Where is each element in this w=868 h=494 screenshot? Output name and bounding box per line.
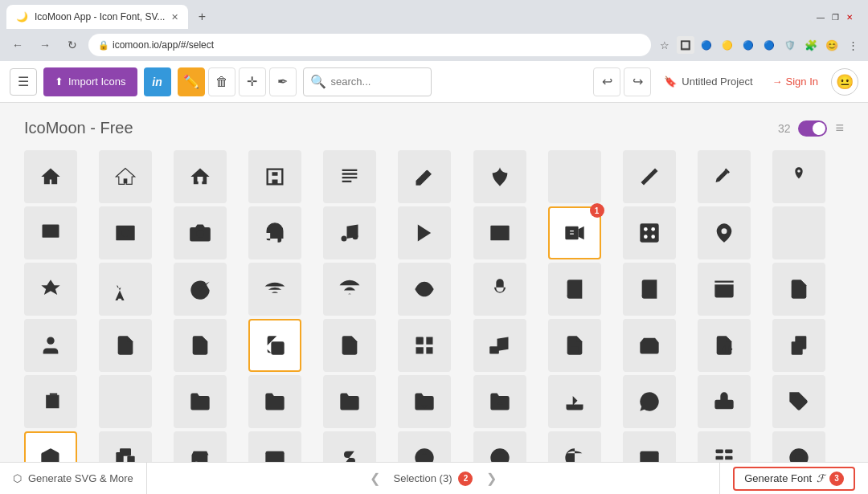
window-minimize-button[interactable]: — bbox=[815, 11, 826, 22]
pencil-action-button[interactable]: ✏️ bbox=[178, 67, 205, 96]
extension5-icon[interactable]: 🔵 bbox=[760, 36, 778, 54]
icon-cell[interactable] bbox=[248, 375, 301, 428]
icon-cell[interactable] bbox=[772, 150, 825, 203]
edit-action-button[interactable]: ✒ bbox=[269, 67, 297, 96]
icon-cell[interactable] bbox=[473, 375, 526, 428]
icon-cell[interactable] bbox=[398, 206, 451, 259]
icon-cell[interactable] bbox=[698, 150, 751, 203]
more-options-icon[interactable]: ⋮ bbox=[844, 36, 862, 54]
icon-cell[interactable] bbox=[174, 319, 227, 372]
extension6-icon[interactable]: 🛡️ bbox=[781, 36, 799, 54]
icon-cell[interactable] bbox=[473, 150, 526, 203]
generate-font-button[interactable]: Generate Font ℱ 3 bbox=[719, 463, 868, 494]
extensions-icon[interactable]: 🧩 bbox=[802, 36, 820, 54]
address-bar[interactable]: 🔒 icomoon.io/app/#/select bbox=[88, 34, 651, 56]
icon-cell[interactable] bbox=[99, 431, 152, 462]
window-maximize-button[interactable]: ❐ bbox=[829, 11, 841, 22]
icon-cell[interactable] bbox=[398, 375, 451, 428]
icon-cell[interactable] bbox=[99, 375, 152, 428]
extension1-icon[interactable]: 🔲 bbox=[677, 36, 694, 54]
icon-cell[interactable] bbox=[24, 375, 77, 428]
icon-cell[interactable] bbox=[174, 375, 227, 428]
icon-cell[interactable] bbox=[99, 319, 152, 372]
icon-cell[interactable] bbox=[174, 263, 227, 316]
icon-cell[interactable] bbox=[623, 263, 676, 316]
icon-cell[interactable] bbox=[473, 263, 526, 316]
icon-cell[interactable] bbox=[548, 263, 601, 316]
extension4-icon[interactable]: 🔵 bbox=[739, 36, 757, 54]
project-button[interactable]: 🔖 Untitled Project bbox=[657, 67, 759, 96]
icon-cell[interactable] bbox=[548, 375, 601, 428]
icon-cell[interactable]: 1 bbox=[548, 206, 601, 259]
search-bar[interactable]: 🔍 bbox=[303, 67, 432, 96]
icon-cell[interactable] bbox=[174, 431, 227, 462]
icon-cell[interactable] bbox=[698, 206, 751, 259]
icon-cell[interactable] bbox=[623, 431, 676, 462]
icon-cell[interactable] bbox=[24, 431, 77, 462]
list-view-button[interactable]: ≡ bbox=[835, 120, 844, 137]
icon-cell[interactable] bbox=[548, 319, 601, 372]
icon-cell[interactable] bbox=[473, 206, 526, 259]
search-input[interactable] bbox=[331, 76, 420, 88]
icon-cell[interactable] bbox=[99, 206, 152, 259]
icon-cell[interactable] bbox=[248, 206, 301, 259]
generate-svg-button[interactable]: ⬡ Generate SVG & More bbox=[0, 463, 147, 494]
icon-cell[interactable] bbox=[323, 263, 376, 316]
refresh-button[interactable]: ↻ bbox=[61, 34, 84, 56]
tab-close-icon[interactable]: ✕ bbox=[171, 12, 178, 22]
user-avatar[interactable]: 😐 bbox=[831, 68, 858, 96]
selection-next-button[interactable]: ❯ bbox=[479, 467, 503, 491]
icon-cell[interactable] bbox=[772, 319, 825, 372]
icon-cell[interactable] bbox=[323, 375, 376, 428]
icon-cell[interactable] bbox=[772, 263, 825, 316]
icon-cell[interactable] bbox=[24, 263, 77, 316]
icon-cell[interactable] bbox=[772, 206, 825, 259]
new-tab-button[interactable]: + bbox=[191, 6, 212, 27]
icon-cell[interactable] bbox=[698, 375, 751, 428]
icon-cell[interactable] bbox=[548, 431, 601, 462]
view-toggle[interactable] bbox=[798, 120, 827, 137]
menu-button[interactable]: ☰ bbox=[10, 68, 37, 96]
icon-cell[interactable] bbox=[398, 319, 451, 372]
icon-cell[interactable] bbox=[323, 319, 376, 372]
icon-cell[interactable] bbox=[473, 431, 526, 462]
icon-cell[interactable] bbox=[248, 431, 301, 462]
icon-cell[interactable] bbox=[623, 375, 676, 428]
icon-cell[interactable] bbox=[698, 263, 751, 316]
icon-cell[interactable] bbox=[174, 206, 227, 259]
selection-prev-button[interactable]: ❮ bbox=[362, 467, 387, 491]
icon-cell[interactable] bbox=[248, 263, 301, 316]
icon-cell[interactable] bbox=[623, 206, 676, 259]
move-action-button[interactable]: ✛ bbox=[239, 67, 266, 96]
sign-in-button[interactable]: → Sign In bbox=[766, 67, 825, 96]
icon-cell[interactable] bbox=[323, 431, 376, 462]
icon-cell[interactable] bbox=[174, 150, 227, 203]
icon-cell[interactable] bbox=[473, 319, 526, 372]
icon-cell[interactable] bbox=[24, 319, 77, 372]
extension2-icon[interactable]: 🔵 bbox=[698, 36, 715, 54]
icon-cell[interactable] bbox=[772, 375, 825, 428]
window-close-button[interactable]: ✕ bbox=[844, 11, 855, 22]
bookmark-star-icon[interactable]: ☆ bbox=[656, 36, 674, 54]
icon-cell[interactable] bbox=[24, 150, 77, 203]
browser-tab[interactable]: 🌙 IcoMoon App - Icon Font, SV... ✕ bbox=[6, 5, 188, 29]
icon-cell[interactable] bbox=[99, 263, 152, 316]
icon-cell[interactable] bbox=[698, 319, 751, 372]
undo-button[interactable]: ↩ bbox=[593, 67, 620, 96]
import-icons-button[interactable]: ⬆ Import Icons bbox=[43, 67, 137, 96]
icon-cell[interactable] bbox=[99, 150, 152, 203]
icon-cell[interactable] bbox=[398, 150, 451, 203]
icon-cell[interactable] bbox=[698, 431, 751, 462]
icon-cell[interactable] bbox=[623, 150, 676, 203]
icon-cell[interactable] bbox=[398, 431, 451, 462]
icon-cell[interactable] bbox=[772, 431, 825, 462]
back-button[interactable]: ← bbox=[6, 34, 29, 56]
icon-cell[interactable] bbox=[323, 206, 376, 259]
icon-cell[interactable] bbox=[248, 319, 301, 372]
forward-button[interactable]: → bbox=[34, 34, 56, 56]
extension3-icon[interactable]: 🟡 bbox=[719, 36, 736, 54]
icon-cell[interactable] bbox=[623, 319, 676, 372]
icon-cell[interactable] bbox=[24, 206, 77, 259]
icon-cell[interactable] bbox=[248, 150, 301, 203]
icon-cell[interactable] bbox=[548, 150, 601, 203]
